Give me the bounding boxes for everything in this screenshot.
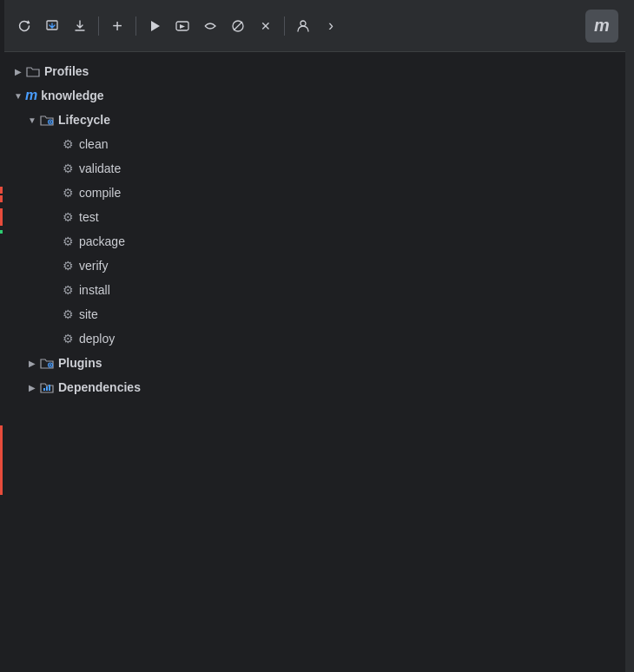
run-debug-button[interactable] — [169, 13, 195, 39]
download-button[interactable] — [67, 13, 93, 39]
test-label: test — [79, 210, 99, 224]
toggle-button[interactable] — [197, 13, 223, 39]
tree-item-deploy[interactable]: ⚙ deploy — [4, 326, 625, 351]
install-label: install — [79, 283, 110, 297]
tree-item-install[interactable]: ⚙ install — [4, 278, 625, 302]
tree-item-verify[interactable]: ⚙ verify — [4, 254, 625, 278]
svg-marker-3 — [180, 24, 185, 29]
download-sources-button[interactable] — [39, 13, 65, 39]
svg-point-6 — [300, 21, 306, 26]
plugins-folder-icon — [39, 355, 55, 371]
tree-item-lifecycle[interactable]: Lifecycle — [4, 108, 625, 132]
tree-item-test[interactable]: ⚙ test — [4, 205, 625, 229]
install-gear-icon: ⚙ — [60, 282, 76, 298]
divider-3 — [284, 16, 285, 36]
tree-item-plugins[interactable]: Plugins — [4, 351, 625, 375]
clean-label: clean — [79, 137, 108, 151]
dependencies-folder-icon — [39, 379, 55, 395]
test-gear-icon: ⚙ — [60, 209, 76, 225]
svg-line-5 — [234, 22, 242, 30]
package-gear-icon: ⚙ — [60, 234, 76, 249]
right-panel — [625, 0, 634, 672]
divider-2 — [135, 16, 136, 36]
avatar-letter: m — [594, 16, 610, 36]
svg-rect-9 — [43, 388, 45, 391]
profiles-folder-icon — [25, 63, 41, 79]
toolbar: + — [4, 0, 625, 52]
svg-rect-11 — [49, 385, 50, 391]
user-button[interactable] — [290, 13, 316, 39]
close-button[interactable]: ✕ — [253, 13, 279, 39]
tree-item-profiles[interactable]: Profiles — [4, 59, 625, 83]
divider-1 — [98, 16, 99, 36]
maven-tree: Profiles m knowledge Lifecycle — [4, 52, 625, 672]
plugins-arrow — [25, 356, 39, 370]
lifecycle-arrow — [25, 113, 39, 127]
profiles-label: Profiles — [44, 64, 89, 78]
run-button[interactable] — [142, 13, 168, 39]
tree-item-dependencies[interactable]: Dependencies — [4, 375, 625, 399]
validate-gear-icon: ⚙ — [60, 161, 76, 176]
more-button[interactable]: › — [318, 13, 344, 39]
lifecycle-label: Lifecycle — [58, 113, 110, 127]
avatar-button[interactable]: m — [585, 10, 618, 43]
refresh-button[interactable] — [11, 13, 37, 39]
svg-rect-10 — [46, 386, 48, 391]
compile-gear-icon: ⚙ — [60, 185, 76, 201]
verify-label: verify — [79, 259, 108, 273]
tree-item-knowledge[interactable]: m knowledge — [4, 83, 625, 108]
clean-gear-icon: ⚙ — [60, 136, 76, 152]
deploy-label: deploy — [79, 332, 115, 346]
validate-label: validate — [79, 161, 121, 175]
knowledge-arrow — [11, 89, 25, 102]
knowledge-label: knowledge — [41, 89, 103, 102]
plugins-label: Plugins — [58, 356, 102, 370]
dependencies-arrow — [25, 380, 39, 394]
tree-item-site[interactable]: ⚙ site — [4, 302, 625, 326]
package-label: package — [79, 234, 125, 248]
tree-item-package[interactable]: ⚙ package — [4, 229, 625, 254]
deploy-gear-icon: ⚙ — [60, 331, 76, 346]
site-label: site — [79, 307, 98, 321]
verify-gear-icon: ⚙ — [60, 258, 76, 273]
compile-label: compile — [79, 186, 121, 200]
skip-button[interactable] — [225, 13, 251, 39]
add-button[interactable]: + — [104, 13, 130, 39]
tree-item-compile[interactable]: ⚙ compile — [4, 181, 625, 205]
site-gear-icon: ⚙ — [60, 306, 76, 322]
svg-marker-1 — [151, 21, 160, 31]
tree-item-clean[interactable]: ⚙ clean — [4, 132, 625, 156]
dependencies-label: Dependencies — [58, 380, 141, 394]
lifecycle-folder-icon — [39, 112, 55, 128]
tree-item-validate[interactable]: ⚙ validate — [4, 156, 625, 181]
profiles-arrow — [11, 64, 25, 78]
maven-m-icon: m — [25, 88, 37, 103]
